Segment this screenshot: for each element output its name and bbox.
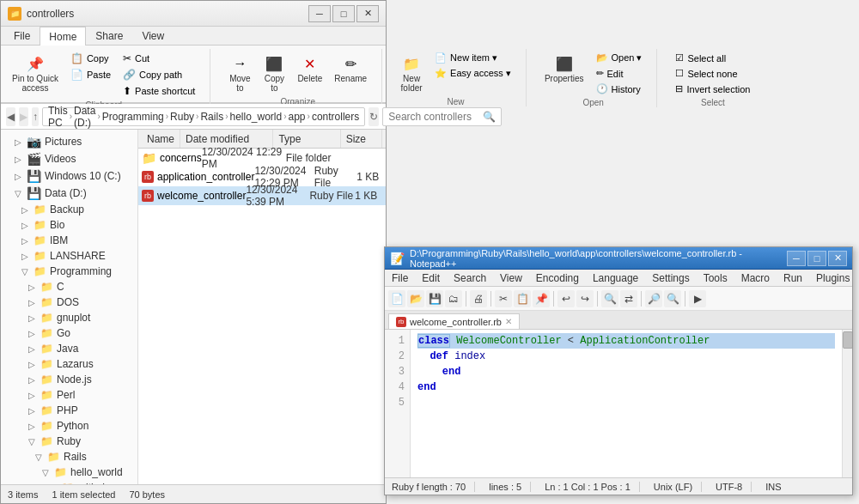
cut-button[interactable]: ✂ Cut	[119, 51, 199, 66]
col-name[interactable]: Name	[142, 130, 180, 148]
notepad-maximize-button[interactable]: □	[807, 251, 826, 266]
easy-access-button[interactable]: ⭐ Easy access ▾	[430, 66, 515, 81]
tab-share[interactable]: Share	[86, 27, 132, 45]
sidebar-item-dos[interactable]: ▷ 📁 DOS	[1, 295, 137, 310]
new-item-button[interactable]: 📄 New item ▾	[430, 51, 515, 65]
save-all-button[interactable]: 🗂	[445, 290, 462, 307]
tab-home[interactable]: Home	[40, 27, 86, 46]
new-file-button[interactable]: 📄	[388, 290, 405, 307]
sidebar-item-python[interactable]: ▷ 📁 Python	[1, 418, 137, 434]
open-file-button[interactable]: 📂	[407, 290, 424, 307]
sidebar-item-data[interactable]: ▽ 💾 Data (D:)	[1, 185, 137, 202]
path-data[interactable]: Data (D:)	[74, 105, 95, 129]
path-app[interactable]: app	[289, 111, 306, 123]
tab-file[interactable]: File	[4, 27, 40, 45]
menu-encoding[interactable]: Encoding	[529, 270, 586, 286]
menu-language[interactable]: Language	[586, 270, 645, 286]
sidebar-item-lanshare[interactable]: ▷ 📁 LANSHARE	[1, 248, 137, 264]
menu-edit[interactable]: Edit	[415, 270, 447, 286]
paste-button[interactable]: 📄 Paste	[66, 67, 115, 82]
replace-button[interactable]: ⇄	[620, 290, 637, 307]
sidebar-item-windows[interactable]: ▷ 💾 Windows 10 (C:)	[1, 167, 137, 185]
minimize-button[interactable]: ─	[308, 5, 331, 22]
properties-button[interactable]: ⬛ Properties	[540, 51, 588, 86]
sidebar-item-lazarus[interactable]: ▷ 📁 Lazarus	[1, 356, 137, 372]
back-button[interactable]: ◀	[6, 107, 15, 126]
path-thispc[interactable]: This PC	[48, 105, 68, 129]
pin-to-quick-access-button[interactable]: 📌 Pin to Quickaccess	[8, 51, 63, 95]
close-button[interactable]: ✕	[356, 5, 379, 22]
address-path[interactable]: This PC › Data (D:) › Programming › Ruby…	[42, 107, 365, 126]
editor-tab[interactable]: rb welcome_controller.rb ✕	[388, 313, 520, 329]
path-controllers[interactable]: controllers	[312, 111, 359, 123]
menu-view[interactable]: View	[493, 270, 529, 286]
invert-selection-button[interactable]: ⊟ Invert selection	[671, 82, 754, 96]
zoom-in-button[interactable]: 🔎	[645, 290, 662, 307]
copy-to-button[interactable]: ⬛ Copyto	[259, 51, 289, 95]
sidebar-item-php[interactable]: ▷ 📁 PHP	[1, 403, 137, 418]
forward-button[interactable]: ▶	[19, 107, 28, 126]
new-folder-button[interactable]: 📁 Newfolder	[396, 51, 427, 95]
path-programming[interactable]: Programming	[102, 111, 164, 123]
notepad-editor[interactable]: 1 2 3 4 5 class WelcomeController < Appl…	[385, 330, 852, 477]
sidebar-item-ibm[interactable]: ▷ 📁 IBM	[1, 233, 137, 248]
tab-view[interactable]: View	[132, 27, 174, 45]
col-type[interactable]: Type	[273, 130, 340, 148]
tab-close-icon[interactable]: ✕	[505, 317, 512, 326]
scrollbar-thumb[interactable]	[843, 331, 852, 349]
sidebar-item-perl[interactable]: ▷ 📁 Perl	[1, 387, 137, 403]
col-size[interactable]: Size	[341, 130, 382, 148]
print-button[interactable]: 🖨	[470, 290, 487, 307]
save-file-button[interactable]: 💾	[426, 290, 443, 307]
table-row[interactable]: rb welcome_controller 12/30/2024 5:39 PM…	[138, 186, 386, 205]
maximize-button[interactable]: □	[332, 5, 355, 22]
code-area[interactable]: class WelcomeController < ApplicationCon…	[411, 330, 842, 477]
search-input[interactable]	[388, 111, 483, 123]
menu-macro[interactable]: Macro	[734, 270, 777, 286]
sidebar-item-videos[interactable]: ▷ 🎬 Videos	[1, 150, 137, 167]
select-all-button[interactable]: ☑ Select all	[671, 51, 754, 65]
col-modified[interactable]: Date modified	[180, 130, 273, 148]
run-button[interactable]: ▶	[689, 290, 706, 307]
move-to-button[interactable]: → Moveto	[224, 51, 255, 95]
notepad-minimize-button[interactable]: ─	[787, 251, 806, 266]
undo-button[interactable]: ↩	[557, 290, 575, 307]
paste-tool-button[interactable]: 📌	[533, 290, 550, 307]
sidebar-item-ruby[interactable]: ▽ 📁 Ruby	[1, 434, 137, 449]
paste-shortcut-button[interactable]: ⬆ Paste shortcut	[119, 83, 199, 99]
sidebar-item-pictures[interactable]: ▷ 📷 Pictures	[1, 133, 137, 150]
copy-button[interactable]: 📋 Copy	[66, 51, 115, 66]
path-rails[interactable]: Rails	[200, 111, 223, 123]
sidebar-item-helloworld[interactable]: ▽ 📁 hello_world	[1, 465, 137, 480]
notepad-close-button[interactable]: ✕	[828, 251, 847, 266]
copy-tool-button[interactable]: 📋	[514, 290, 531, 307]
menu-search[interactable]: Search	[447, 270, 493, 286]
select-none-button[interactable]: ☐ Select none	[671, 66, 754, 81]
zoom-out-button[interactable]: 🔍	[664, 290, 681, 307]
menu-tools[interactable]: Tools	[697, 270, 734, 286]
menu-file[interactable]: File	[385, 270, 415, 286]
sidebar-item-programming[interactable]: ▽ 📁 Programming	[1, 264, 137, 279]
path-helloworld[interactable]: hello_world	[229, 111, 282, 123]
sidebar-item-c[interactable]: ▷ 📁 C	[1, 279, 137, 295]
menu-settings[interactable]: Settings	[645, 270, 696, 286]
open-button[interactable]: 📂 Open ▾	[592, 51, 647, 65]
copy-path-button[interactable]: 🔗 Copy path	[119, 67, 199, 82]
find-button[interactable]: 🔍	[601, 290, 618, 307]
menu-run[interactable]: Run	[777, 270, 809, 286]
edit-button[interactable]: ✏ Edit	[592, 66, 647, 81]
sidebar-item-nodejs[interactable]: ▷ 📁 Node.js	[1, 372, 137, 387]
sidebar-item-gnuplot[interactable]: ▷ 📁 gnuplot	[1, 310, 137, 325]
delete-button[interactable]: ✕ Delete	[293, 51, 326, 86]
path-ruby[interactable]: Ruby	[170, 111, 194, 123]
redo-button[interactable]: ↪	[576, 290, 594, 307]
sidebar-item-backup[interactable]: ▷ 📁 Backup	[1, 202, 137, 217]
up-button[interactable]: ↑	[32, 107, 39, 126]
sidebar-item-java[interactable]: ▷ 📁 Java	[1, 341, 137, 356]
history-button[interactable]: 🕐 History	[592, 82, 647, 96]
cut-tool-button[interactable]: ✂	[495, 290, 512, 307]
sidebar-item-rails[interactable]: ▽ 📁 Rails	[1, 449, 137, 465]
editor-scrollbar[interactable]	[842, 330, 852, 477]
sidebar-item-go[interactable]: ▷ 📁 Go	[1, 325, 137, 341]
menu-plugins[interactable]: Plugins	[809, 270, 856, 286]
